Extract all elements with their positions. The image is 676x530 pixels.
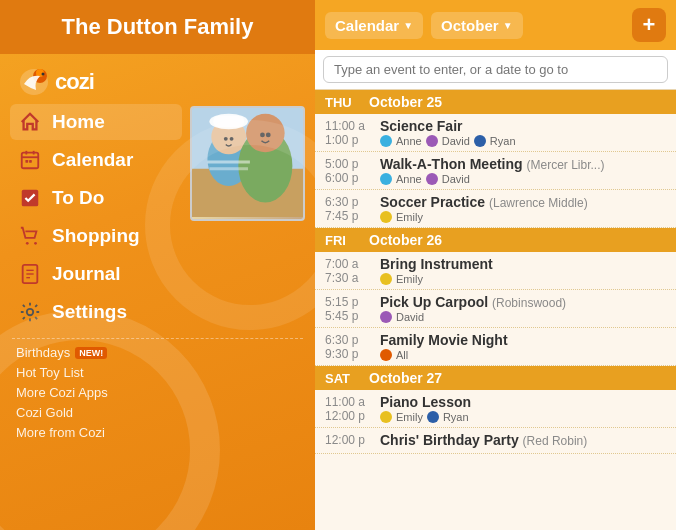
day-dow: FRI [325,233,357,248]
event-subtitle: (Lawrence Middle) [489,196,588,210]
add-event-button[interactable]: + [632,8,666,42]
event-time-end: 12:00 p [325,409,380,423]
event-row[interactable]: 6:30 p 7:45 p Soccer Practice (Lawrence … [315,190,676,228]
person-dot [426,173,438,185]
day-dow: SAT [325,371,357,386]
event-row[interactable]: 6:30 p 9:30 p Family Movie Night All [315,328,676,366]
event-time-start: 5:00 p [325,157,380,171]
photo-inner [192,108,303,219]
sidebar-label-calendar: Calendar [52,149,133,171]
event-time-start: 11:00 a [325,119,380,133]
person-name: David [442,135,470,147]
person-dot [426,135,438,147]
event-name: Pick Up Carpool (Robinswood) [380,294,666,310]
event-people: AnneDavidRyan [380,135,666,147]
person-dot [380,349,392,361]
sidebar-label-todo: To Do [52,187,104,209]
svg-point-12 [34,242,37,245]
extra-link-more-cozi-apps[interactable]: More Cozi Apps [16,385,299,400]
person-name: David [396,311,424,323]
event-time: 6:30 p 9:30 p [325,332,380,361]
extra-links: BirthdaysNEW!Hot Toy ListMore Cozi AppsC… [0,345,315,440]
sidebar-label-settings: Settings [52,301,127,323]
event-row[interactable]: 11:00 a 1:00 p Science Fair AnneDavidRya… [315,114,676,152]
right-panel: Calendar ▼ October ▼ + THU October 25 11… [315,0,676,530]
event-name: Soccer Practice (Lawrence Middle) [380,194,666,210]
svg-point-25 [246,114,285,153]
event-details: Chris' Birthday Party (Red Robin) [380,432,666,449]
event-time-end: 6:00 p [325,171,380,185]
extra-link-label: More Cozi Apps [16,385,108,400]
event-details: Piano Lesson EmilyRyan [380,394,666,423]
sidebar-item-home[interactable]: Home [10,104,182,140]
svg-point-20 [207,132,249,186]
extra-link-hot-toy-list[interactable]: Hot Toy List [16,365,299,380]
event-time: 5:00 p 6:00 p [325,156,380,185]
event-people: David [380,311,666,323]
event-name: Science Fair [380,118,666,134]
event-time: 11:00 a 12:00 p [325,394,380,423]
event-details: Pick Up Carpool (Robinswood) David [380,294,666,323]
sidebar-item-calendar[interactable]: Calendar [10,142,182,178]
day-date: October 27 [369,370,442,386]
svg-point-28 [260,133,265,138]
new-badge: NEW! [75,347,107,359]
event-time-end: 9:30 p [325,347,380,361]
event-row[interactable]: 5:00 p 6:00 p Walk-A-Thon Meeting (Merce… [315,152,676,190]
event-name: Chris' Birthday Party (Red Robin) [380,432,666,448]
person-name: All [396,349,408,361]
person-name: Ryan [443,411,469,423]
person-dot [427,411,439,423]
event-time-end: 5:45 p [325,309,380,323]
month-dropdown-button[interactable]: October ▼ [431,12,522,39]
family-title: The Dutton Family [0,0,315,54]
logo-area: cozi [0,54,315,104]
event-row[interactable]: 7:00 a 7:30 a Bring Instrument Emily [315,252,676,290]
extra-link-more-from-cozi[interactable]: More from Cozi [16,425,299,440]
extra-link-label: More from Cozi [16,425,105,440]
extra-link-cozi-gold[interactable]: Cozi Gold [16,405,299,420]
event-row[interactable]: 11:00 a 12:00 p Piano Lesson EmilyRyan [315,390,676,428]
svg-rect-19 [192,169,303,217]
svg-rect-23 [213,116,244,128]
person-dot [380,135,392,147]
person-dot [380,273,392,285]
person-dot [380,211,392,223]
events-list: THU October 25 11:00 a 1:00 p Science Fa… [315,90,676,530]
event-subtitle: (Red Robin) [523,434,588,448]
calendar-chevron-icon: ▼ [403,20,413,31]
extra-link-birthdays[interactable]: BirthdaysNEW! [16,345,299,360]
person-dot [380,173,392,185]
calendar-icon [18,148,42,172]
sidebar-label-shopping: Shopping [52,225,140,247]
event-people: EmilyRyan [380,411,666,423]
sidebar-label-home: Home [52,111,105,133]
day-date: October 25 [369,94,442,110]
day-date: October 26 [369,232,442,248]
extra-link-label: Birthdays [16,345,70,360]
journal-icon [18,262,42,286]
event-time-start: 6:30 p [325,195,380,209]
svg-rect-9 [29,160,32,163]
event-row[interactable]: 12:00 p Chris' Birthday Party (Red Robin… [315,428,676,454]
sidebar-item-shopping[interactable]: Shopping [10,218,182,254]
person-name: Emily [396,273,423,285]
sidebar-item-settings[interactable]: Settings [10,294,182,330]
calendar-label: Calendar [335,17,399,34]
event-name: Family Movie Night [380,332,666,348]
event-time: 5:15 p 5:45 p [325,294,380,323]
event-name: Piano Lesson [380,394,666,410]
event-search-input[interactable] [323,56,668,83]
sidebar-item-journal[interactable]: Journal [10,256,182,292]
person-name: Ryan [490,135,516,147]
event-time-start: 6:30 p [325,333,380,347]
nav-divider [12,338,303,339]
event-people: Emily [380,211,666,223]
sidebar-label-journal: Journal [52,263,121,285]
calendar-dropdown-button[interactable]: Calendar ▼ [325,12,423,39]
person-dot [380,411,392,423]
event-details: Science Fair AnneDavidRyan [380,118,666,147]
person-name: Anne [396,135,422,147]
sidebar-item-todo[interactable]: To Do [10,180,182,216]
event-row[interactable]: 5:15 p 5:45 p Pick Up Carpool (Robinswoo… [315,290,676,328]
